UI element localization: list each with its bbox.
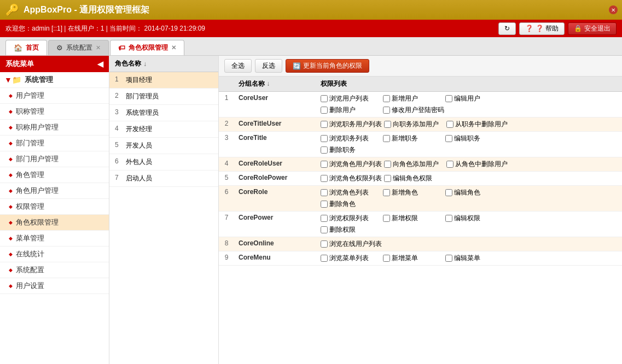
perm-checkbox[interactable] bbox=[445, 95, 452, 102]
title-bar: 🔑 AppBoxPro - 通用权限管理框架 ✕ bbox=[0, 0, 622, 20]
table-row: 4 CoreRoleUser 浏览角色用户列表 向角色添加用户 从角色中删除用户 bbox=[219, 157, 622, 172]
perm-checkbox[interactable] bbox=[321, 226, 328, 233]
role-name-2: 部门管理员 bbox=[126, 92, 213, 101]
perm-label: 编辑职务 bbox=[454, 134, 480, 143]
sidebar-collapse-icon[interactable]: ◀ bbox=[97, 60, 103, 68]
help-button[interactable]: ❓ ❓ 帮助 bbox=[519, 22, 565, 35]
perm-checkbox[interactable] bbox=[384, 175, 391, 182]
role-row-7[interactable]: 7 启动人员 bbox=[109, 171, 218, 187]
perm-checkbox[interactable] bbox=[321, 201, 328, 208]
info-bar: 欢迎您：admin [::1] | 在线用户：1 | 当前时间： 2014-07… bbox=[0, 20, 622, 37]
perm-checkbox[interactable] bbox=[383, 135, 390, 142]
role-row-4[interactable]: 4 开发经理 bbox=[109, 121, 218, 138]
group-perms-3: 浏览职务列表 新增职务 编辑职务 删除职务 bbox=[316, 132, 622, 157]
perm-checkbox[interactable] bbox=[383, 255, 390, 262]
diamond-icon-title-user: ◆ bbox=[9, 125, 13, 130]
sidebar-item-title-mgmt[interactable]: ◆ 职称管理 bbox=[0, 104, 109, 120]
perm-checkbox[interactable] bbox=[445, 135, 452, 142]
user-settings-label: 用户设置 bbox=[16, 281, 44, 291]
sidebar-item-sys-mgmt[interactable]: ▼📁 系统管理 bbox=[0, 72, 109, 88]
perm-checkbox[interactable] bbox=[321, 135, 328, 142]
perm-checkbox[interactable] bbox=[321, 215, 328, 222]
sidebar-item-online-stats[interactable]: ◆ 在线统计 bbox=[0, 246, 109, 262]
tab-sys-config[interactable]: ⚙ 系统配置 ✕ bbox=[48, 40, 109, 55]
role-perm-icon: 🏷 bbox=[118, 44, 125, 52]
sidebar-item-user-mgmt[interactable]: ◆ 用户管理 bbox=[0, 88, 109, 104]
update-label: 更新当前角色的权限 bbox=[303, 61, 362, 71]
perm-label: 向职务添加用户 bbox=[393, 120, 439, 129]
group-name-8: CoreOnline bbox=[234, 237, 316, 251]
group-num-9: 9 bbox=[219, 251, 234, 266]
invert-select-button[interactable]: 反选 bbox=[255, 59, 282, 73]
select-all-button[interactable]: 全选 bbox=[224, 59, 252, 73]
group-perms-1: 浏览用户列表 新增用户 编辑用户 删除用户 修改用户登陆密码 bbox=[316, 92, 622, 118]
sidebar-item-perm-mgmt[interactable]: ◆ 权限管理 bbox=[0, 199, 109, 215]
perm-checkbox[interactable] bbox=[321, 146, 328, 154]
perm-label: 删除用户 bbox=[329, 105, 356, 115]
sidebar-item-dept-mgmt[interactable]: ◆ 部门管理 bbox=[0, 136, 109, 151]
window-close-btn[interactable]: ✕ bbox=[609, 5, 618, 14]
group-perms-5: 浏览角色权限列表 编辑角色权限 bbox=[316, 172, 622, 186]
tab-role-perm[interactable]: 🏷 角色权限管理 ✕ bbox=[110, 40, 184, 55]
sidebar-item-title-user-mgmt[interactable]: ◆ 职称用户管理 bbox=[0, 120, 109, 136]
refresh-button[interactable]: ↻ bbox=[498, 22, 516, 35]
perm-checkbox[interactable] bbox=[446, 161, 454, 168]
perm-checkbox[interactable] bbox=[383, 215, 390, 222]
group-num-4: 4 bbox=[219, 157, 234, 172]
sidebar-item-dept-user-mgmt[interactable]: ◆ 部门用户管理 bbox=[0, 151, 109, 167]
diamond-icon-title: ◆ bbox=[9, 109, 13, 114]
sidebar-item-user-settings[interactable]: ◆ 用户设置 bbox=[0, 278, 109, 294]
group-name-6: CoreRole bbox=[234, 186, 316, 212]
tab-sys-config-close[interactable]: ✕ bbox=[96, 44, 101, 51]
perm-checkbox[interactable] bbox=[321, 121, 328, 128]
tab-home[interactable]: 🏠 首页 bbox=[5, 40, 47, 55]
perm-checkbox[interactable] bbox=[445, 189, 452, 196]
role-row-2[interactable]: 2 部门管理员 bbox=[109, 89, 218, 105]
sidebar-item-role-user-mgmt[interactable]: ◆ 角色用户管理 bbox=[0, 183, 109, 199]
table-row: 5 CoreRolePower 浏览角色权限列表 编辑角色权限 bbox=[219, 172, 622, 186]
tab-sys-config-label: 系统配置 bbox=[66, 43, 92, 52]
role-row-6[interactable]: 6 外包人员 bbox=[109, 154, 218, 171]
perm-checkbox[interactable] bbox=[321, 255, 328, 262]
diamond-icon-user-settings: ◆ bbox=[9, 283, 13, 289]
perm-checkbox[interactable] bbox=[446, 121, 454, 128]
perm-checkbox[interactable] bbox=[383, 95, 390, 102]
perm-checkbox[interactable] bbox=[384, 121, 391, 128]
perm-label: 浏览在线用户列表 bbox=[329, 239, 382, 249]
perm-checkbox[interactable] bbox=[383, 189, 390, 196]
logout-button[interactable]: 🔒 安全退出 bbox=[568, 22, 617, 35]
sidebar-item-menu-mgmt[interactable]: ◆ 菜单管理 bbox=[0, 231, 109, 246]
perm-checkbox[interactable] bbox=[321, 95, 328, 102]
role-row-3[interactable]: 3 系统管理员 bbox=[109, 105, 218, 121]
help-label: ❓ 帮助 bbox=[536, 24, 559, 33]
sidebar-item-role-mgmt[interactable]: ◆ 角色管理 bbox=[0, 167, 109, 183]
perm-label: 浏览角色权限列表 bbox=[329, 174, 382, 183]
role-sort-icon[interactable]: ↓ bbox=[143, 60, 147, 68]
perm-checkbox[interactable] bbox=[321, 107, 328, 114]
perm-checkbox[interactable] bbox=[321, 175, 328, 182]
role-row-5[interactable]: 5 开发人员 bbox=[109, 138, 218, 154]
perm-label: 新增职务 bbox=[392, 134, 418, 143]
perm-checkbox[interactable] bbox=[321, 161, 328, 168]
role-num-5: 5 bbox=[115, 141, 126, 150]
sidebar-title: 系统菜单 bbox=[5, 59, 34, 69]
perm-label: 向角色添加用户 bbox=[393, 160, 439, 169]
perm-checkbox[interactable] bbox=[383, 107, 390, 114]
perm-checkbox[interactable] bbox=[445, 255, 452, 262]
group-name-3: CoreTitle bbox=[234, 132, 316, 157]
tab-role-perm-close[interactable]: ✕ bbox=[171, 44, 176, 51]
table-row: 7 CorePower 浏览权限列表 新增权限 编辑权限 删 bbox=[219, 212, 622, 237]
perm-checkbox[interactable] bbox=[445, 215, 452, 222]
perm-checkbox[interactable] bbox=[321, 189, 328, 196]
role-num-1: 1 bbox=[115, 75, 126, 85]
role-row-1[interactable]: 1 项目经理 bbox=[109, 72, 218, 89]
update-role-perms-button[interactable]: 🔄 更新当前角色的权限 bbox=[286, 59, 369, 73]
perm-label: 从职务中删除用户 bbox=[455, 120, 508, 129]
perms-table-wrap: 分组名称 ↓ 权限列表 1 CoreUser bbox=[219, 77, 622, 364]
sidebar-item-sys-config[interactable]: ◆ 系统配置 bbox=[0, 262, 109, 278]
perm-label: 编辑菜单 bbox=[454, 254, 480, 263]
perm-checkbox[interactable] bbox=[384, 161, 391, 168]
col-group-header[interactable]: 分组名称 ↓ bbox=[234, 77, 316, 92]
perm-checkbox[interactable] bbox=[321, 240, 328, 248]
sidebar-item-role-perm-mgmt[interactable]: ◆ 角色权限管理 bbox=[0, 215, 109, 231]
